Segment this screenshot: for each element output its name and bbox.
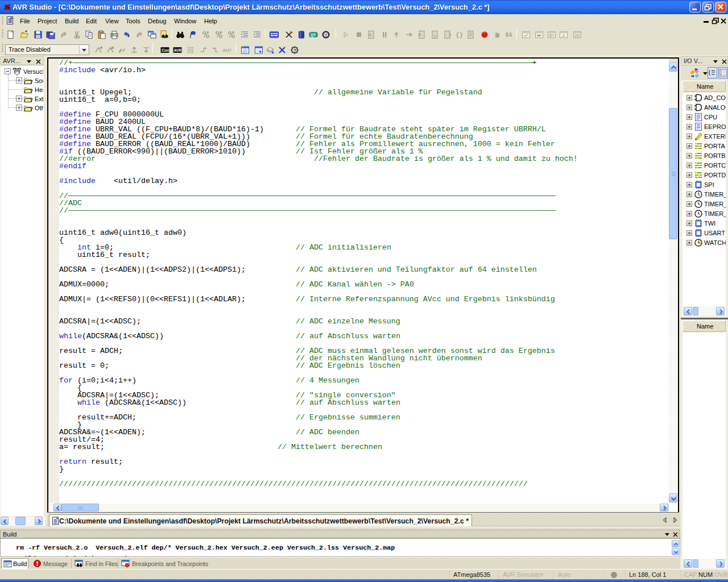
svg-text:Con: Con xyxy=(162,48,169,52)
svg-text:AUTO: AUTO xyxy=(223,48,232,53)
svg-text:AVR: AVR xyxy=(174,48,182,52)
svg-text:64: 64 xyxy=(506,32,512,38)
svg-text:{}: {} xyxy=(456,32,463,39)
svg-text:?: ? xyxy=(293,48,296,53)
svg-text:QT: QT xyxy=(311,33,316,38)
